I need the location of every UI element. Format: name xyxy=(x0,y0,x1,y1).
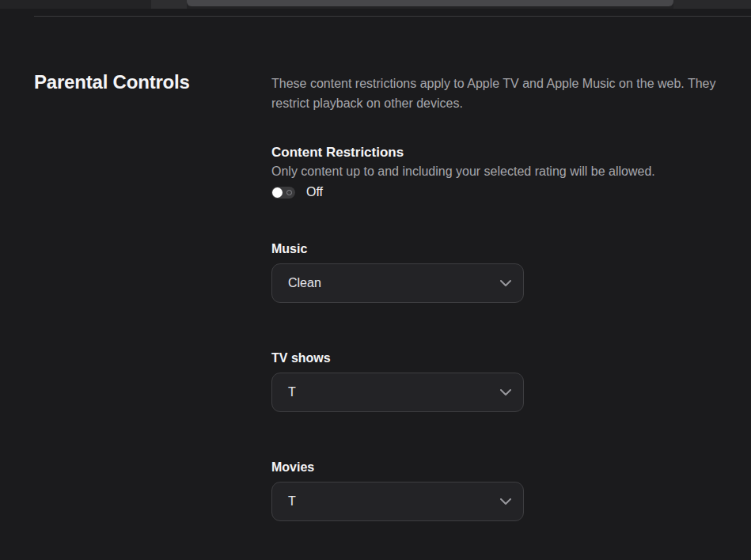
content-restrictions-toggle-row: Off xyxy=(271,184,323,200)
music-select[interactable]: Clean xyxy=(271,263,524,303)
movies-label: Movies xyxy=(271,460,524,475)
browser-tab-edge xyxy=(151,0,187,9)
browser-chrome xyxy=(0,0,751,9)
content-restrictions-heading: Content Restrictions xyxy=(271,145,404,161)
tv-shows-field-group: TV shows T xyxy=(271,351,524,412)
content-restrictions-toggle[interactable] xyxy=(271,187,295,199)
chevron-down-icon xyxy=(500,389,511,396)
page-description: These content restrictions apply to Appl… xyxy=(271,74,751,113)
page-title: Parental Controls xyxy=(34,71,190,93)
tv-shows-select-value: T xyxy=(288,385,296,399)
movies-select[interactable]: T xyxy=(271,482,524,521)
music-field-group: Music Clean xyxy=(271,242,524,303)
tv-shows-select[interactable]: T xyxy=(271,373,524,412)
music-select-value: Clean xyxy=(288,276,321,290)
movies-select-value: T xyxy=(288,494,296,509)
browser-chrome-right xyxy=(673,0,751,9)
movies-field-group: Movies T xyxy=(271,460,524,521)
chevron-down-icon xyxy=(500,280,511,287)
music-label: Music xyxy=(271,242,524,256)
tv-shows-label: TV shows xyxy=(271,351,524,365)
toggle-knob-icon xyxy=(272,187,283,198)
description-line-2: restrict playback on other devices. xyxy=(271,93,751,113)
address-bar[interactable] xyxy=(187,0,673,6)
chevron-down-icon xyxy=(500,498,511,505)
header-divider xyxy=(34,16,751,17)
description-line-1: These content restrictions apply to Appl… xyxy=(271,74,751,93)
toggle-off-indicator-icon xyxy=(286,190,292,195)
toggle-state-label: Off xyxy=(306,185,323,199)
content-restrictions-subtitle: Only content up to and including your se… xyxy=(271,165,655,179)
